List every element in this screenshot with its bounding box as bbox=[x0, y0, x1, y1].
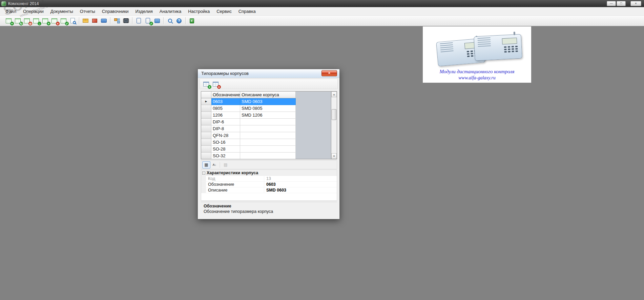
cabinet-check-button[interactable]: ✓ bbox=[143, 17, 152, 25]
menu-file[interactable]: Файл bbox=[2, 7, 20, 15]
calendar-add-button[interactable]: + bbox=[4, 17, 13, 25]
column-header-description[interactable]: Описание корпуса bbox=[240, 92, 296, 98]
table-row[interactable]: DIP-6 bbox=[201, 119, 337, 125]
menu-settings[interactable]: Настройка bbox=[185, 7, 213, 15]
cell-description[interactable]: SMD 0603 bbox=[240, 98, 296, 105]
cell-designation[interactable]: 0603 bbox=[211, 98, 240, 105]
help-icon: ? bbox=[176, 18, 182, 23]
toolbar-separator bbox=[163, 17, 164, 24]
calendar-refresh-button[interactable]: ↻ bbox=[13, 17, 22, 25]
property-value[interactable]: 0603 bbox=[264, 182, 337, 187]
cell-description[interactable] bbox=[240, 146, 296, 153]
cell-designation[interactable]: 0805 bbox=[211, 105, 240, 112]
cell-description[interactable]: SMD 1206 bbox=[240, 112, 296, 119]
cell-description[interactable] bbox=[240, 125, 296, 132]
cell-designation[interactable]: QFN-28 bbox=[211, 132, 240, 139]
menu-analytics[interactable]: Аналитика bbox=[156, 7, 185, 15]
cell-designation[interactable]: SO-32 bbox=[211, 153, 240, 159]
menu-help[interactable]: Справка bbox=[235, 7, 259, 15]
document-search-button[interactable] bbox=[68, 17, 77, 25]
delete-record-button[interactable]: × bbox=[211, 80, 220, 88]
add-record-button[interactable]: + bbox=[201, 80, 211, 88]
toolbar-separator bbox=[185, 17, 186, 24]
row-selector-cell[interactable] bbox=[201, 105, 211, 112]
row-selector-cell[interactable] bbox=[201, 119, 211, 125]
cell-designation[interactable]: DIP-8 bbox=[211, 125, 240, 132]
menu-documents[interactable]: Документы bbox=[47, 7, 77, 15]
ruler-button[interactable] bbox=[81, 17, 90, 25]
cell-description[interactable] bbox=[240, 139, 296, 146]
scrollbar-thumb[interactable] bbox=[332, 109, 336, 120]
row-selector-cell[interactable] bbox=[201, 132, 211, 139]
menu-directories[interactable]: Справочники bbox=[99, 7, 132, 15]
computer-icon bbox=[154, 19, 160, 23]
exit-button[interactable]: ► bbox=[187, 17, 196, 25]
cell-description[interactable] bbox=[240, 119, 296, 125]
dialog-titlebar[interactable]: Типоразмеры корпусов × bbox=[198, 69, 339, 78]
sort-alphabetical-button[interactable]: A↓ bbox=[210, 161, 219, 168]
vertical-scrollbar[interactable]: ▲ ▼ bbox=[331, 92, 337, 159]
table-row[interactable]: 0805 SMD 0805 bbox=[201, 105, 337, 112]
row-selector-cell[interactable] bbox=[201, 139, 211, 146]
cabinet-button[interactable] bbox=[134, 17, 143, 25]
cell-designation[interactable]: SO-28 bbox=[211, 146, 240, 153]
calendar-add-2-button[interactable]: + bbox=[41, 17, 50, 25]
menu-reports[interactable]: Отчеты bbox=[77, 7, 99, 15]
property-value[interactable]: SMD 0603 bbox=[264, 188, 337, 193]
cell-description[interactable] bbox=[240, 153, 296, 159]
cell-designation[interactable]: 1206 bbox=[211, 112, 240, 119]
property-row[interactable]: Описание SMD 0603 bbox=[201, 187, 337, 193]
computer-button[interactable] bbox=[152, 17, 162, 25]
table-corner-cell[interactable] bbox=[201, 92, 211, 98]
maximize-button[interactable]: □ bbox=[617, 1, 626, 6]
scroll-up-button[interactable]: ▲ bbox=[331, 92, 337, 97]
cross-badge-icon: × bbox=[217, 85, 221, 89]
row-selector-cell[interactable] bbox=[201, 112, 211, 119]
categorized-view-button[interactable]: ▦ bbox=[202, 161, 210, 168]
cell-description[interactable]: SMD 0805 bbox=[240, 105, 296, 112]
cell-designation[interactable]: SO-16 bbox=[211, 139, 240, 146]
property-row[interactable]: Код 13 bbox=[201, 176, 337, 182]
property-gutter bbox=[201, 187, 206, 193]
property-row[interactable]: Обозначение 0603 bbox=[201, 182, 337, 187]
table-row[interactable]: ► 0603 SMD 0603 bbox=[201, 98, 337, 105]
ruler-icon bbox=[83, 19, 88, 23]
close-button[interactable]: × bbox=[630, 1, 641, 6]
tree-button[interactable] bbox=[112, 17, 121, 25]
table-row[interactable]: SO-32 bbox=[201, 153, 337, 159]
cell-designation[interactable]: DIP-6 bbox=[211, 119, 240, 125]
calendar-cancel-button[interactable]: × bbox=[50, 17, 59, 25]
row-selector-cell[interactable] bbox=[201, 153, 211, 159]
search-info-button[interactable] bbox=[165, 17, 174, 25]
property-pages-button: ▤ bbox=[222, 161, 230, 168]
table-row[interactable]: DIP-8 bbox=[201, 125, 337, 132]
column-header-designation[interactable]: Обозначение bbox=[211, 92, 240, 98]
row-selector-cell[interactable] bbox=[201, 125, 211, 132]
property-category-row[interactable]: - Характеристики корпуса bbox=[201, 170, 337, 176]
calendar-block-button[interactable]: ⊘ bbox=[22, 17, 32, 25]
toolbar-separator bbox=[79, 17, 79, 24]
window-titlebar[interactable]: Компонент 2014 — □ × bbox=[0, 0, 644, 7]
table-row[interactable]: SO-16 bbox=[201, 139, 337, 146]
collapse-icon[interactable]: - bbox=[202, 172, 205, 175]
table-row[interactable]: SO-28 bbox=[201, 146, 337, 153]
calendar-download-button[interactable]: ↓ bbox=[32, 17, 41, 25]
chip-button[interactable] bbox=[121, 17, 130, 25]
scroll-down-button[interactable]: ▼ bbox=[331, 153, 337, 159]
menu-operations[interactable]: Операции bbox=[20, 7, 47, 15]
property-help-panel: Обозначение Обозначение типоразмера корп… bbox=[201, 202, 337, 217]
calendar-check-button[interactable]: ✓ bbox=[59, 17, 68, 25]
dialog-close-button[interactable]: × bbox=[321, 70, 337, 76]
cell-description[interactable] bbox=[240, 132, 296, 139]
row-selector-cell[interactable]: ► bbox=[201, 98, 211, 105]
cabinet-icon bbox=[137, 18, 141, 23]
row-selector-cell[interactable] bbox=[201, 146, 211, 153]
menu-products[interactable]: Изделия bbox=[132, 7, 156, 15]
box-button[interactable] bbox=[90, 17, 99, 25]
menu-service[interactable]: Сервис bbox=[213, 7, 235, 15]
table-row[interactable]: QFN-28 bbox=[201, 132, 337, 139]
minimize-button[interactable]: — bbox=[607, 1, 616, 6]
table-row[interactable]: 1206 SMD 1206 bbox=[201, 112, 337, 119]
truck-button[interactable] bbox=[99, 17, 108, 25]
help-button[interactable]: ? bbox=[174, 17, 184, 25]
